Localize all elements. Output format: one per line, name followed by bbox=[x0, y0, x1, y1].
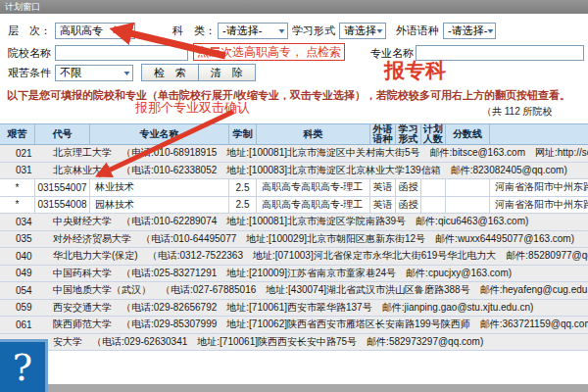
college-row[interactable]: 安大学 （电话:029-62630341 地址:[710061]陕西西安长安中路… bbox=[0, 334, 588, 352]
major-row[interactable]: * 031554007 林业技术 2.5 高职高专高职高专-理工 英语 函授 河… bbox=[0, 179, 588, 197]
college-info: （电话:010-64495077 地址:[100029]北京市朝阳区惠新东街12… bbox=[141, 232, 574, 246]
college-name: 陕西师范大学 bbox=[53, 318, 112, 331]
window-title: 计划窗口 bbox=[5, 2, 40, 12]
annotation-double-click: 报那个专业双击确认 bbox=[135, 99, 250, 117]
college-name: 对外经济贸易大学 bbox=[53, 232, 131, 246]
major-study-form: 函授 bbox=[396, 179, 421, 196]
college-info: （电话:029-62630341 地址:[710061]陕西西安长安中路75号 … bbox=[92, 335, 483, 349]
college-name: 中国药科大学 bbox=[53, 267, 112, 280]
search-button[interactable]: 检 索 bbox=[141, 64, 199, 81]
college-count-text: （共 112 所院校 bbox=[482, 105, 588, 119]
major-score-line bbox=[446, 197, 490, 214]
instruction-text: 以下是您可填报的院校和专业（单击院校行展开/收缩专业，双击专业选择），若院校较多… bbox=[7, 88, 587, 103]
major-name: 园林技术 bbox=[90, 197, 229, 214]
college-code: 034 bbox=[16, 217, 45, 227]
header-extra bbox=[490, 124, 588, 144]
college-info: （电话:027-67885016 地址:[430074]湖北省武汉市洪山区鲁磨路… bbox=[161, 283, 588, 297]
header-hardship: 艰苦 bbox=[0, 124, 35, 144]
annotation-select-level: 点层次选高职高专， 点检索 bbox=[193, 43, 345, 61]
college-name-input[interactable] bbox=[55, 45, 188, 61]
hardship-select[interactable]: 不限 ▼ bbox=[55, 65, 133, 81]
college-code: 054 bbox=[16, 285, 45, 296]
study-form-label: 学习形式： bbox=[292, 23, 346, 39]
college-name-label: 院校名称： bbox=[8, 45, 62, 62]
help-button[interactable]: ? bbox=[0, 339, 48, 392]
study-form-select[interactable]: 请选择 ▼ bbox=[339, 23, 386, 39]
major-note: 河南省洛阳市中州东路2号 bbox=[490, 197, 588, 214]
major-plan-count bbox=[421, 179, 446, 196]
subject-value: -请选择- bbox=[222, 24, 262, 38]
language-select[interactable]: -请选择- ▼ bbox=[443, 23, 496, 39]
college-code: 031 bbox=[16, 165, 45, 175]
major-category: 高职高专高职高专-理工 bbox=[257, 197, 370, 214]
level-label: 层 次： bbox=[8, 23, 51, 39]
annotation-zhuanke: 报专科 bbox=[384, 57, 446, 84]
college-row[interactable]: 035 对外经济贸易大学 （电话:010-64495077 地址:[100029… bbox=[0, 231, 588, 249]
college-code: 061 bbox=[16, 319, 45, 330]
college-row[interactable]: 021 北京理工大学 （电话:010-68918915 地址:[100081]北… bbox=[0, 145, 588, 163]
college-row[interactable]: 031 北京林业大学 （电话:010-62338052 地址:[100083]北… bbox=[0, 163, 588, 180]
college-name: 华北电力大学(保定) bbox=[53, 249, 138, 263]
chevron-down-icon: ▼ bbox=[277, 24, 287, 38]
college-info: （电话:010-62338052 地址:[100083]北京市海淀区北京林业大学… bbox=[122, 164, 567, 177]
college-row[interactable]: 059 西安交通大学 （电话:029-82656792 地址:[710061]西… bbox=[0, 300, 588, 318]
subject-label: 科 类： bbox=[172, 23, 216, 39]
college-info: （电话:029-82656792 地址:[710061]西安市翠华路137号 邮… bbox=[122, 301, 533, 315]
window-titlebar: 计划窗口 bbox=[0, 0, 588, 14]
college-info: （电话:025-83271291 地址:[210009]江苏省南京市童家巷24号… bbox=[122, 267, 512, 280]
header-language: 外语 语种 bbox=[370, 124, 396, 144]
header-score-line: 分数线 bbox=[446, 124, 490, 144]
level-value: 高职高专 bbox=[60, 24, 103, 38]
college-info: （电话:010-68918915 地址:[100081]北京市海淀区中关村南大街… bbox=[122, 146, 588, 160]
clear-button[interactable]: 清 除 bbox=[198, 64, 256, 81]
college-code: 040 bbox=[16, 251, 45, 262]
level-select[interactable]: 高职高专 ▼ bbox=[55, 23, 135, 39]
college-row[interactable]: 040 华北电力大学(保定) （电话:0312-7522363 地址:[0710… bbox=[0, 248, 588, 266]
language-value: -请选择- bbox=[448, 24, 487, 38]
college-code: 021 bbox=[16, 148, 45, 159]
college-name: 北京理工大学 bbox=[53, 146, 112, 160]
study-form-value: 请选择 bbox=[344, 24, 376, 38]
major-study-form: 函授 bbox=[396, 197, 421, 214]
major-star: * bbox=[0, 197, 35, 214]
major-category: 高职高专高职高专-理工 bbox=[257, 179, 370, 196]
major-years: 2.5 bbox=[229, 197, 257, 214]
college-name: 安大学 bbox=[53, 335, 82, 349]
major-row[interactable]: * 031554008 园林技术 2.5 高职高专高职高专-理工 英语 函授 河… bbox=[0, 197, 588, 215]
college-row[interactable]: 054 中国地质大学（武汉） （电话:027-67885016 地址:[4300… bbox=[0, 282, 588, 300]
college-info: （电话:0312-7522363 地址:[071003]河北省保定市永华北大街6… bbox=[148, 249, 588, 263]
chevron-down-icon: ▼ bbox=[375, 24, 385, 38]
language-label: 外语语种： bbox=[396, 23, 450, 39]
college-code: 059 bbox=[16, 302, 45, 313]
bottom-bar bbox=[0, 384, 588, 392]
major-name: 林业技术 bbox=[90, 179, 229, 196]
major-code: 031554007 bbox=[35, 179, 90, 196]
major-score-line bbox=[446, 179, 490, 196]
college-row[interactable]: 034 中央财经大学 （电话:010-62289074 地址:[100081]北… bbox=[0, 214, 588, 231]
header-study-form: 学习 形式 bbox=[396, 124, 421, 144]
college-code: 035 bbox=[16, 233, 45, 244]
plan-window: 计划窗口 层 次： 高职高专 ▼ 科 类： -请选择- ▼ 学习形式： 请选择 … bbox=[0, 0, 588, 392]
chevron-down-icon: ▼ bbox=[486, 24, 496, 38]
header-major-name: 专业名称 bbox=[90, 124, 229, 144]
hardship-label: 艰苦条件： bbox=[8, 65, 62, 81]
college-name: 北京林业大学 bbox=[53, 164, 112, 177]
college-name: 西安交通大学 bbox=[53, 301, 112, 315]
subject-select[interactable]: -请选择- ▼ bbox=[218, 23, 288, 39]
major-years: 2.5 bbox=[229, 179, 257, 196]
college-name: 中央财经大学 bbox=[53, 215, 112, 228]
chevron-down-icon: ▼ bbox=[124, 24, 134, 38]
header-code: 代号 bbox=[35, 124, 90, 144]
header-category: 科类 bbox=[257, 124, 370, 144]
major-note: 河南省洛阳市中州东路2号 bbox=[490, 179, 588, 196]
major-plan-count bbox=[421, 197, 446, 214]
chevron-down-icon: ▼ bbox=[122, 66, 132, 80]
college-row[interactable]: 061 陕西师范大学 （电话:029-85307999 地址:[710062]陕… bbox=[0, 317, 588, 334]
major-code: 031554008 bbox=[35, 197, 90, 214]
college-name: 中国地质大学（武汉） bbox=[53, 283, 151, 297]
table-header-row: 艰苦 代号 专业名称 学制 科类 外语 语种 学习 形式 计划 人数 分数线 bbox=[0, 123, 588, 145]
college-row[interactable]: 049 中国药科大学 （电话:025-83271291 地址:[210009]江… bbox=[0, 266, 588, 283]
major-language: 英语 bbox=[370, 197, 396, 214]
major-language: 英语 bbox=[370, 179, 396, 196]
college-info: （电话:010-62289074 地址:[100081]北京市海淀区学院南路39… bbox=[122, 215, 528, 228]
